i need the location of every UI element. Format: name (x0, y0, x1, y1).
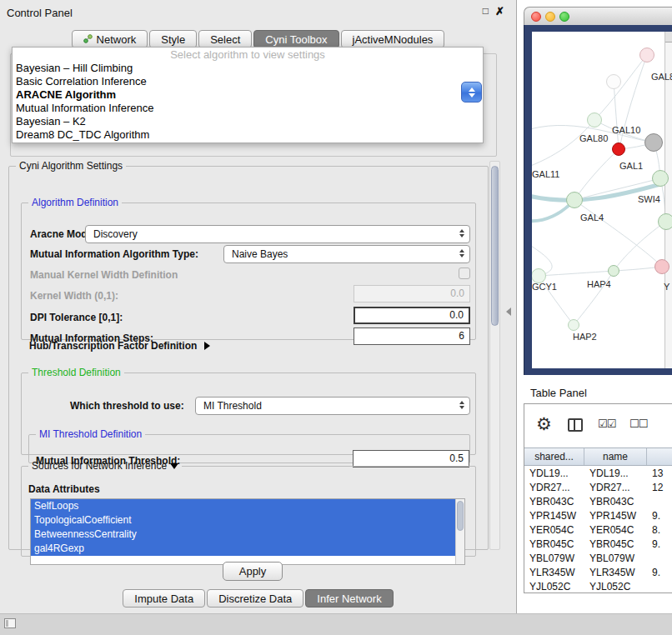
cyni-algorithm-settings-group: Cyni Algorithm Settings Algorithm Defini… (8, 160, 489, 550)
network-node-green[interactable] (566, 192, 583, 208)
mi-steps-field[interactable]: 6 (354, 328, 470, 345)
tab-network[interactable]: Network (72, 30, 148, 48)
network-view-window: GAL8GAL80GAL10GAL11GAL1SWI4GAL4GCY1HAP4H… (524, 7, 672, 375)
table-cell: 12 (647, 481, 672, 495)
manual-kernel-width-label: Manual Kernel Width Definition (30, 269, 178, 281)
table-cell: YPR145W (584, 509, 647, 523)
attribute-item-topologicalcoefficient[interactable]: TopologicalCoefficient (31, 513, 455, 528)
network-scrollbar[interactable] (664, 32, 672, 368)
table-row[interactable]: YBL079WYBL079W (524, 552, 672, 566)
table-row[interactable]: YJL052CYJL052C (524, 580, 672, 593)
network-node-red[interactable] (612, 142, 625, 156)
select-all-columns-icon[interactable]: ☑☑ (598, 418, 615, 430)
close-window-button[interactable] (531, 12, 541, 22)
restore-panel-icon[interactable] (4, 618, 16, 628)
table-row[interactable]: YPR145WYPR145W9. (524, 509, 672, 523)
algorithm-definition-title: Algorithm Definition (28, 197, 122, 208)
network-node-green[interactable] (652, 170, 669, 187)
scrollbar-arrow-box[interactable] (665, 32, 672, 42)
attribute-list-scrollbar[interactable] (455, 499, 464, 564)
network-node-pink-light[interactable] (639, 48, 654, 62)
network-node-pink[interactable] (654, 259, 669, 274)
table-cell: YER054C (584, 523, 647, 538)
settings-scrollbar[interactable] (489, 161, 500, 550)
network-tab-icon (83, 33, 93, 46)
table-row[interactable]: YDL19...YDL19...13 (524, 467, 672, 481)
dpi-tolerance-field[interactable]: 0.0 (354, 307, 470, 324)
sources-group: Sources for Network Inference Data Attri… (21, 460, 476, 557)
network-node-green[interactable] (608, 265, 619, 277)
table-cell: YPR145W (524, 509, 584, 523)
sources-title-text: Sources for Network Inference (32, 460, 167, 472)
table-cell (647, 495, 672, 509)
apply-button[interactable]: Apply (223, 562, 283, 581)
node-label-gal80: GAL80 (579, 133, 608, 143)
mi-threshold-definition-title: MI Threshold Definition (36, 428, 145, 440)
column-header-shared[interactable]: shared... (524, 448, 584, 465)
table-row[interactable]: YBR045CYBR045C9. (524, 538, 672, 552)
minimize-window-button[interactable] (545, 12, 555, 22)
table-cell: 9. (647, 566, 672, 580)
scrollbar-thumb[interactable] (457, 501, 464, 531)
scrollbar-thumb[interactable] (491, 166, 499, 326)
algorithm-combo-button[interactable] (461, 82, 482, 102)
node-label-gal4: GAL4 (580, 212, 604, 222)
table-row[interactable]: YBR043CYBR043C (524, 495, 672, 509)
table-cell: YJL052C (584, 580, 647, 593)
network-node-green-light[interactable] (587, 112, 602, 128)
column-header-2[interactable] (647, 448, 672, 465)
aracne-mode-select[interactable]: Discovery (85, 225, 470, 243)
tab-infer-network[interactable]: Infer Network (305, 589, 393, 608)
columns-icon[interactable] (568, 418, 583, 432)
float-panel-icon[interactable]: □ (483, 5, 489, 17)
deselect-all-columns-icon[interactable]: ☐☐ (629, 418, 647, 430)
hub-transcription-factor-label: Hub/Transcription Factor Definition (29, 340, 197, 352)
network-node-green[interactable] (658, 213, 672, 230)
kernel-width-field[interactable]: 0.0 (354, 285, 470, 302)
attribute-item-betweennesscentrality[interactable]: BetweennessCentrality (31, 528, 455, 542)
gear-icon[interactable]: ⚙ (536, 414, 552, 434)
manual-kernel-width-checkbox[interactable] (459, 268, 470, 279)
algorithm-option-dream8-dc-tdc-algorithm[interactable]: Dream8 DC_TDC Algorithm (13, 128, 483, 142)
tab-discretize-data[interactable]: Discretize Data (207, 589, 303, 608)
panel-collapse-handle[interactable] (504, 303, 514, 320)
tab-label: Network (97, 33, 137, 46)
tab-jactivemnodules[interactable]: jActiveMNodules (341, 30, 445, 48)
node-label-hap4: HAP4 (587, 279, 611, 289)
tab-label: Impute Data (134, 592, 193, 605)
threshold-definition-title: Threshold Definition (28, 367, 124, 378)
algorithm-option-bayesian-hill-climbing[interactable]: Bayesian – Hill Climbing (13, 62, 483, 75)
column-header-name[interactable]: name (584, 448, 647, 465)
algorithm-option-aracne-algorithm[interactable]: ARACNE Algorithm (13, 88, 483, 102)
tab-select[interactable]: Select (198, 30, 252, 48)
table-body: YDL19...YDL19...13YDR27...YDR27...12YBR0… (524, 467, 672, 593)
network-node-green-light[interactable] (568, 319, 579, 331)
network-node-gray[interactable] (644, 133, 663, 152)
attribute-item-selfloops[interactable]: SelfLoops (31, 499, 455, 513)
network-canvas[interactable]: GAL8GAL80GAL10GAL11GAL1SWI4GAL4GCY1HAP4H… (532, 32, 672, 368)
table-row[interactable]: YLR345WYLR345W9. (524, 566, 672, 580)
tab-style[interactable]: Style (149, 30, 197, 48)
combo-arrows-icon (459, 249, 464, 258)
network-frame: GAL8GAL80GAL10GAL11GAL1SWI4GAL4GCY1HAP4H… (524, 25, 672, 375)
algorithm-option-mutual-information-inference[interactable]: Mutual Information Inference (13, 102, 483, 115)
table-cell: 8. (647, 523, 672, 538)
algorithm-option-bayesian-k2[interactable]: Bayesian – K2 (13, 115, 483, 128)
hub-transcription-factor-section[interactable]: Hub/Transcription Factor Definition (29, 340, 210, 352)
node-label-gcy1: GCY1 (532, 282, 557, 292)
table-row[interactable]: YER054CYER054C8. (524, 523, 672, 538)
which-threshold-select[interactable]: MI Threshold (195, 397, 470, 415)
collapse-arrow-icon[interactable] (170, 463, 178, 469)
table-cell: YJL052C (524, 580, 584, 593)
close-panel-icon[interactable]: ✗ (495, 5, 504, 18)
attribute-item-gal4rgexp[interactable]: gal4RGexp (31, 542, 455, 556)
zoom-window-button[interactable] (559, 12, 569, 22)
table-row[interactable]: YDR27...YDR27...12 (524, 481, 672, 495)
algorithm-option-basic-correlation-inference[interactable]: Basic Correlation Inference (13, 75, 483, 88)
dpi-tolerance-label: DPI Tolerance [0,1]: (30, 312, 123, 323)
tab-cyni-toolbox[interactable]: Cyni Toolbox (253, 30, 339, 48)
mi-algorithm-type-select[interactable]: Naive Bayes (223, 245, 470, 263)
tab-impute-data[interactable]: Impute Data (123, 589, 205, 608)
network-window-titlebar[interactable] (524, 7, 672, 25)
network-node-white[interactable] (606, 74, 621, 89)
